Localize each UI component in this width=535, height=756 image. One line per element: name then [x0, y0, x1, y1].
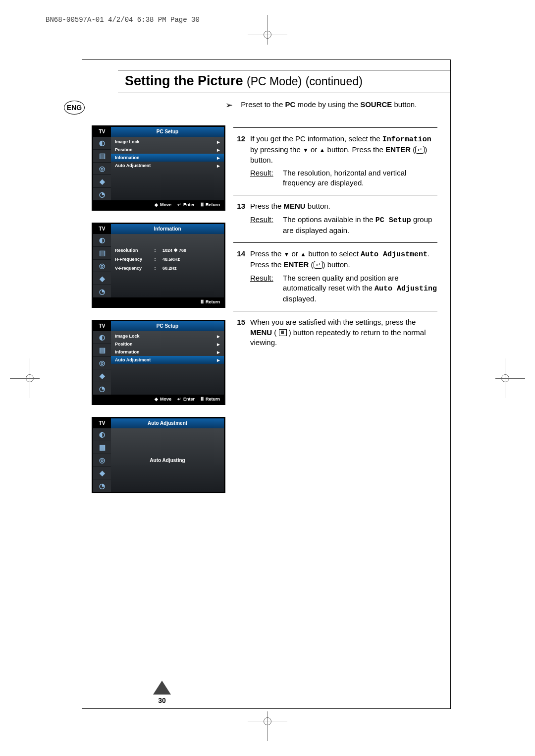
chevron-right-icon: ► — [216, 147, 221, 153]
osd-footer: ⅢReturn — [93, 297, 224, 306]
osd-title: PC Setup — [111, 321, 224, 331]
info-row: Resolution:1024 ✽ 768 — [115, 246, 221, 255]
up-arrow-icon — [153, 681, 171, 695]
chevron-right-icon: ► — [216, 349, 221, 355]
osd-title: Information — [111, 224, 224, 234]
return-icon: Ⅲ — [201, 299, 204, 304]
osd-icon: ◆ — [93, 369, 111, 382]
osd-tab-tv: TV — [93, 127, 111, 137]
osd-row: Auto Adjustment► — [115, 162, 221, 170]
result-label: Result: — [250, 273, 283, 304]
return-icon: Ⅲ — [201, 202, 204, 207]
result-label: Result: — [250, 215, 283, 236]
menu-button-icon: Ⅲ — [279, 329, 287, 336]
step-15: 15 When you are satisfied with the setti… — [233, 316, 437, 349]
updown-icon: ◆ — [155, 202, 158, 207]
result-label: Result: — [250, 168, 283, 188]
osd-row-selected: Information► — [111, 154, 224, 162]
osd-icon: ◔ — [93, 479, 111, 492]
page-number-marker: 30 — [153, 681, 171, 703]
osd-column: TV PC Setup ◐ ▤ ◎ ◆ ◔ Image Lock► Positi… — [92, 125, 225, 505]
chevron-right-icon: ► — [216, 155, 221, 161]
chevron-right-icon: ► — [216, 357, 221, 363]
result-text: The options available in the PC Setup gr… — [283, 215, 437, 236]
osd-row: Position► — [115, 340, 221, 348]
title-continued: (continued) — [306, 75, 363, 88]
enter-icon: ↵ — [177, 202, 181, 207]
osd-row: Position► — [115, 146, 221, 154]
down-triangle-icon — [284, 249, 290, 258]
osd-footer: ◆Move ↵Enter ⅢReturn — [93, 200, 224, 209]
title-mode: (PC Mode) — [247, 75, 302, 88]
osd-sidebar: ◐ ▤ ◎ ◆ ◔ — [93, 428, 111, 492]
enter-button-icon: ↵ — [314, 261, 323, 269]
page-frame: Setting the Picture (PC Mode) (continued… — [82, 59, 451, 709]
up-triangle-icon — [319, 145, 325, 154]
osd-icon: ▤ — [93, 344, 111, 357]
step-number: 14 — [233, 249, 250, 304]
osd-pc-setup-auto-selected: TV PC Setup ◐ ▤ ◎ ◆ ◔ Image Lock► Positi… — [92, 320, 225, 405]
osd-icon: ◐ — [93, 137, 111, 150]
osd-sidebar: ◐ ▤ ◎ ◆ ◔ — [93, 331, 111, 395]
return-icon: Ⅲ — [201, 397, 204, 402]
osd-icon: ▤ — [93, 441, 111, 454]
osd-title: PC Setup — [111, 127, 224, 137]
language-badge: ENG — [64, 101, 85, 115]
osd-icon: ◔ — [93, 285, 111, 297]
osd-icon: ◎ — [93, 454, 111, 467]
steps-column: 12 If you get the PC information, select… — [233, 122, 437, 349]
osd-information: TV Information ◐ ▤ ◎ ◆ ◔ Resolution:1024… — [92, 223, 225, 308]
title-bold: Setting the Picture — [125, 73, 243, 88]
info-row: H-Frequency:48.5KHz — [115, 255, 221, 264]
osd-icon: ◆ — [93, 466, 111, 479]
page-number: 30 — [153, 697, 171, 704]
up-triangle-icon — [300, 249, 306, 258]
osd-icon: ◔ — [93, 188, 111, 200]
info-row: V-Frequency:60.2Hz — [115, 264, 221, 273]
chevron-right-icon: ► — [216, 139, 221, 145]
osd-auto-adjustment: TV Auto Adjustment ◐ ▤ ◎ ◆ ◔ Auto Adjust… — [92, 417, 225, 493]
page-title: Setting the Picture (PC Mode) (continued… — [118, 70, 450, 93]
osd-icon: ◆ — [93, 175, 111, 188]
enter-button-icon: ↵ — [415, 146, 425, 154]
osd-title: Auto Adjustment — [111, 418, 224, 428]
osd-tab-tv: TV — [93, 224, 111, 234]
print-header: BN68-00597A-01 4/2/04 6:38 PM Page 30 — [46, 16, 200, 24]
enter-icon: ↵ — [177, 397, 181, 402]
crop-mark-right — [485, 358, 525, 398]
step-12: 12 If you get the PC information, select… — [233, 133, 437, 190]
osd-icon: ▤ — [93, 247, 111, 260]
osd-footer: ◆Move ↵Enter ⅢReturn — [93, 395, 224, 404]
chevron-right-icon: ► — [216, 342, 221, 347]
chevron-right-icon: ► — [216, 163, 221, 169]
osd-tab-tv: TV — [93, 321, 111, 331]
step-number: 15 — [233, 317, 250, 348]
step-number: 12 — [233, 134, 250, 188]
crop-mark-top — [248, 15, 287, 55]
osd-row-selected: Auto Adjustment► — [111, 356, 224, 364]
result-text: The resolution, horizontal and vertical … — [283, 168, 437, 188]
step-13: 13 Press the MENU button. Result: The op… — [233, 200, 437, 237]
step-14: 14 Press the or button to select Auto Ad… — [233, 248, 437, 306]
osd-tab-tv: TV — [93, 418, 111, 428]
osd-sidebar: ◐ ▤ ◎ ◆ ◔ — [93, 234, 111, 297]
osd-icon: ◐ — [93, 428, 111, 441]
step-number: 13 — [233, 201, 250, 235]
osd-row: Image Lock► — [115, 332, 221, 340]
result-text: The screen quality and position are auto… — [283, 273, 437, 304]
preset-instruction: ➢ Preset to the PC mode by using the SOU… — [225, 100, 440, 111]
updown-icon: ◆ — [155, 397, 158, 402]
chevron-right-icon: ► — [216, 334, 221, 339]
down-triangle-icon — [303, 145, 309, 154]
osd-icon: ◐ — [93, 331, 111, 344]
osd-icon: ◆ — [93, 272, 111, 285]
osd-icon: ◎ — [93, 163, 111, 175]
osd-row: Information► — [115, 348, 221, 356]
osd-icon: ◎ — [93, 357, 111, 370]
osd-pc-setup-info-selected: TV PC Setup ◐ ▤ ◎ ◆ ◔ Image Lock► Positi… — [92, 125, 225, 211]
osd-icon: ◐ — [93, 234, 111, 247]
osd-icon: ◎ — [93, 260, 111, 273]
preset-arrow-icon: ➢ — [225, 100, 233, 111]
osd-sidebar: ◐ ▤ ◎ ◆ ◔ — [93, 137, 111, 200]
osd-row: Image Lock► — [115, 138, 221, 146]
